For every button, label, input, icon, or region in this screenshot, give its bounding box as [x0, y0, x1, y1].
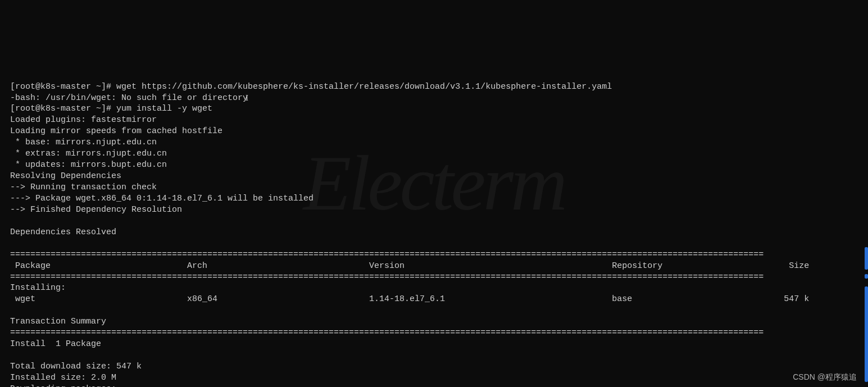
terminal-line: Installing: — [10, 283, 66, 293]
separator-line: ========================================… — [10, 328, 764, 338]
terminal-line: [root@k8s-master ~]# wget https://github… — [10, 82, 612, 92]
scrollbar-thumb[interactable] — [865, 274, 868, 279]
terminal-line: Loading mirror speeds from cached hostfi… — [10, 126, 222, 136]
table-header: Package Arch Version Repository Size — [10, 261, 809, 271]
separator-line: ========================================… — [10, 250, 764, 259]
scrollbar-thumb[interactable] — [865, 247, 868, 270]
terminal-line: --> Finished Dependency Resolution — [10, 205, 182, 215]
terminal-line: * base: mirrors.njupt.edu.cn — [10, 138, 157, 147]
scrollbar[interactable] — [864, 0, 868, 387]
terminal-output[interactable]: [root@k8s-master ~]# wget https://github… — [10, 70, 858, 387]
terminal-line: Total download size: 547 k — [10, 362, 142, 371]
terminal-line: Dependencies Resolved — [10, 227, 116, 237]
table-row: wget x86_64 1.14-18.el7_6.1 base 547 k — [10, 294, 809, 304]
terminal-line: Resolving Dependencies — [10, 171, 121, 181]
terminal-line: -bash: /usr/bin/wget: No such file or di… — [10, 93, 248, 103]
terminal-line: [root@k8s-master ~]# yum install -y wget — [10, 104, 212, 113]
csdn-watermark: CSDN @程序猿追 — [793, 372, 857, 383]
terminal-line: Installed size: 2.0 M — [10, 373, 116, 383]
separator-line: ========================================… — [10, 272, 764, 282]
terminal-line: * updates: mirrors.bupt.edu.cn — [10, 160, 167, 170]
terminal-line: --> Running transaction check — [10, 183, 157, 192]
terminal-line: Loaded plugins: fastestmirror — [10, 115, 157, 125]
terminal-line: Install 1 Package — [10, 339, 101, 349]
terminal-line: ---> Package wget.x86_64 0:1.14-18.el7_6… — [10, 194, 313, 203]
terminal-line: Downloading packages: — [10, 384, 116, 387]
terminal-line: * extras: mirrors.njupt.edu.cn — [10, 149, 167, 158]
terminal-line: Transaction Summary — [10, 317, 106, 326]
scrollbar-thumb[interactable] — [865, 286, 868, 382]
